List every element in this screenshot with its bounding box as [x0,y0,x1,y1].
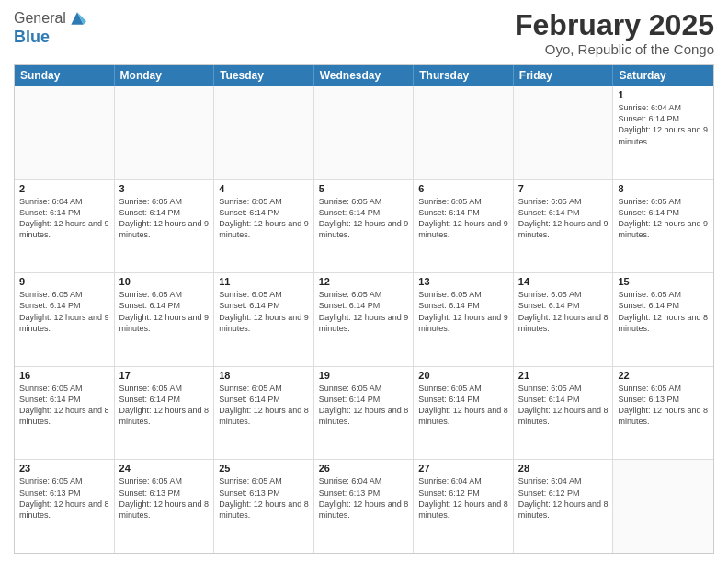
day-info: Sunrise: 6:05 AMSunset: 6:14 PMDaylight:… [618,289,709,334]
calendar-row-4: 16Sunrise: 6:05 AMSunset: 6:14 PMDayligh… [15,366,713,460]
day-info: Sunrise: 6:05 AMSunset: 6:14 PMDaylight:… [319,196,409,241]
day-number: 23 [19,463,109,474]
day-info: Sunrise: 6:05 AMSunset: 6:14 PMDaylight:… [319,289,409,334]
day-info: Sunrise: 6:05 AMSunset: 6:14 PMDaylight:… [418,383,508,428]
page: General Blue February 2025 Oyo, Republic… [0,0,728,563]
day-number: 10 [119,276,210,287]
day-info: Sunrise: 6:04 AMSunset: 6:13 PMDaylight:… [319,476,409,521]
calendar-cell: 20Sunrise: 6:05 AMSunset: 6:14 PMDayligh… [414,367,514,460]
day-number: 11 [219,276,309,287]
day-info: Sunrise: 6:05 AMSunset: 6:13 PMDaylight:… [19,476,109,521]
day-of-week-monday: Monday [115,65,215,86]
day-number: 1 [618,89,709,100]
day-number: 27 [418,463,508,474]
calendar-row-3: 9Sunrise: 6:05 AMSunset: 6:14 PMDaylight… [15,272,713,366]
day-number: 24 [119,463,210,474]
day-number: 19 [319,370,409,381]
day-info: Sunrise: 6:05 AMSunset: 6:13 PMDaylight:… [618,383,709,428]
calendar-cell [314,86,415,179]
day-of-week-sunday: Sunday [15,65,115,86]
day-info: Sunrise: 6:05 AMSunset: 6:14 PMDaylight:… [518,289,609,334]
day-of-week-thursday: Thursday [414,65,514,86]
header: General Blue February 2025 Oyo, Republic… [14,9,714,57]
calendar-cell [15,86,115,179]
day-number: 25 [219,463,309,474]
day-info: Sunrise: 6:04 AMSunset: 6:12 PMDaylight:… [518,476,609,521]
day-number: 18 [219,370,309,381]
day-info: Sunrise: 6:04 AMSunset: 6:12 PMDaylight:… [418,476,508,521]
calendar-cell: 9Sunrise: 6:05 AMSunset: 6:14 PMDaylight… [15,273,115,366]
day-number: 3 [119,183,210,194]
day-number: 7 [518,183,609,194]
calendar-cell: 6Sunrise: 6:05 AMSunset: 6:14 PMDaylight… [414,180,514,273]
day-of-week-friday: Friday [514,65,614,86]
calendar-cell [115,86,215,179]
day-number: 6 [418,183,508,194]
calendar-cell: 28Sunrise: 6:04 AMSunset: 6:12 PMDayligh… [514,460,614,553]
calendar-cell: 2Sunrise: 6:04 AMSunset: 6:14 PMDaylight… [15,180,115,273]
calendar-cell [414,86,514,179]
day-number: 13 [418,276,508,287]
calendar-cell: 25Sunrise: 6:05 AMSunset: 6:13 PMDayligh… [214,460,314,553]
day-info: Sunrise: 6:05 AMSunset: 6:14 PMDaylight:… [119,196,210,241]
calendar-cell: 19Sunrise: 6:05 AMSunset: 6:14 PMDayligh… [314,367,415,460]
day-number: 28 [518,463,609,474]
day-info: Sunrise: 6:04 AMSunset: 6:14 PMDaylight:… [618,102,709,147]
day-of-week-saturday: Saturday [613,65,713,86]
calendar-cell [214,86,314,179]
calendar-cell: 26Sunrise: 6:04 AMSunset: 6:13 PMDayligh… [314,460,415,553]
calendar-cell: 1Sunrise: 6:04 AMSunset: 6:14 PMDaylight… [613,86,713,179]
calendar-cell: 15Sunrise: 6:05 AMSunset: 6:14 PMDayligh… [613,273,713,366]
calendar-row-2: 2Sunrise: 6:04 AMSunset: 6:14 PMDaylight… [15,179,713,273]
calendar-cell: 21Sunrise: 6:05 AMSunset: 6:14 PMDayligh… [514,367,614,460]
day-info: Sunrise: 6:05 AMSunset: 6:14 PMDaylight:… [219,289,309,334]
calendar-cell: 7Sunrise: 6:05 AMSunset: 6:14 PMDaylight… [514,180,614,273]
calendar-cell: 8Sunrise: 6:05 AMSunset: 6:14 PMDaylight… [613,180,713,273]
day-number: 15 [618,276,709,287]
calendar: SundayMondayTuesdayWednesdayThursdayFrid… [14,64,714,554]
day-info: Sunrise: 6:05 AMSunset: 6:14 PMDaylight:… [119,289,210,334]
day-info: Sunrise: 6:05 AMSunset: 6:14 PMDaylight:… [19,289,109,334]
day-info: Sunrise: 6:05 AMSunset: 6:14 PMDaylight:… [119,383,210,428]
logo-general-text: General [14,10,66,27]
day-info: Sunrise: 6:04 AMSunset: 6:14 PMDaylight:… [19,196,109,241]
day-of-week-tuesday: Tuesday [214,65,314,86]
calendar-cell: 22Sunrise: 6:05 AMSunset: 6:13 PMDayligh… [613,367,713,460]
calendar-cell [613,460,713,553]
day-info: Sunrise: 6:05 AMSunset: 6:13 PMDaylight:… [219,476,309,521]
day-number: 5 [319,183,409,194]
calendar-cell: 11Sunrise: 6:05 AMSunset: 6:14 PMDayligh… [214,273,314,366]
calendar-body: 1Sunrise: 6:04 AMSunset: 6:14 PMDaylight… [15,86,713,553]
calendar-row-1: 1Sunrise: 6:04 AMSunset: 6:14 PMDaylight… [15,86,713,179]
day-number: 4 [219,183,309,194]
day-number: 20 [418,370,508,381]
day-info: Sunrise: 6:05 AMSunset: 6:14 PMDaylight:… [19,383,109,428]
calendar-cell: 27Sunrise: 6:04 AMSunset: 6:12 PMDayligh… [414,460,514,553]
month-title: February 2025 [515,9,714,41]
calendar-row-5: 23Sunrise: 6:05 AMSunset: 6:13 PMDayligh… [15,459,713,553]
calendar-cell: 4Sunrise: 6:05 AMSunset: 6:14 PMDaylight… [214,180,314,273]
calendar-cell: 14Sunrise: 6:05 AMSunset: 6:14 PMDayligh… [514,273,614,366]
day-info: Sunrise: 6:05 AMSunset: 6:14 PMDaylight:… [219,196,309,241]
calendar-cell: 13Sunrise: 6:05 AMSunset: 6:14 PMDayligh… [414,273,514,366]
calendar-cell: 17Sunrise: 6:05 AMSunset: 6:14 PMDayligh… [115,367,215,460]
day-info: Sunrise: 6:05 AMSunset: 6:14 PMDaylight:… [618,196,709,241]
calendar-cell: 24Sunrise: 6:05 AMSunset: 6:13 PMDayligh… [115,460,215,553]
day-number: 9 [19,276,109,287]
title-block: February 2025 Oyo, Republic of the Congo [515,9,714,57]
day-info: Sunrise: 6:05 AMSunset: 6:14 PMDaylight:… [219,383,309,428]
day-number: 21 [518,370,609,381]
day-number: 8 [618,183,709,194]
day-info: Sunrise: 6:05 AMSunset: 6:13 PMDaylight:… [119,476,210,521]
calendar-cell: 3Sunrise: 6:05 AMSunset: 6:14 PMDaylight… [115,180,215,273]
location-subtitle: Oyo, Republic of the Congo [515,41,714,57]
logo-blue-text: Blue [14,28,50,46]
calendar-cell: 10Sunrise: 6:05 AMSunset: 6:14 PMDayligh… [115,273,215,366]
calendar-cell: 18Sunrise: 6:05 AMSunset: 6:14 PMDayligh… [214,367,314,460]
calendar-cell: 23Sunrise: 6:05 AMSunset: 6:13 PMDayligh… [15,460,115,553]
day-number: 22 [618,370,709,381]
calendar-cell: 16Sunrise: 6:05 AMSunset: 6:14 PMDayligh… [15,367,115,460]
calendar-cell [514,86,614,179]
logo: General Blue [14,9,86,47]
day-info: Sunrise: 6:05 AMSunset: 6:14 PMDaylight:… [518,196,609,241]
